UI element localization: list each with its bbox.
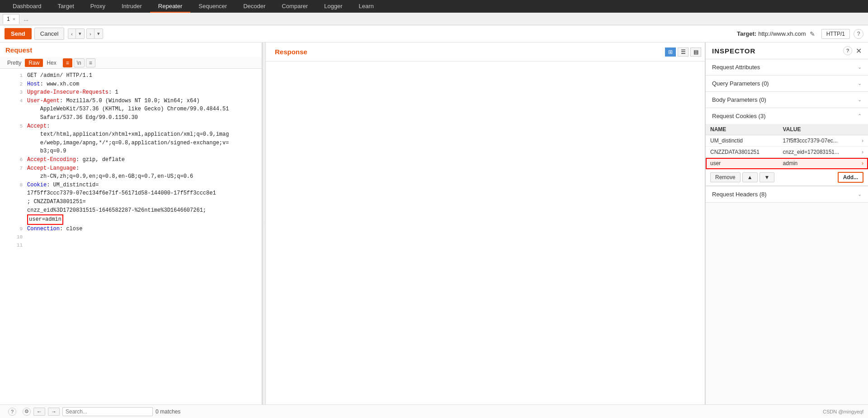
nav-intruder[interactable]: Intruder <box>113 0 150 13</box>
code-line-8: 8 Cookie: UM_distinctid=17f5ff3ccc7379-0… <box>14 181 259 225</box>
cookie-row-cnzz[interactable]: CNZZDATA3801251 cnzz_eid=172083151... › <box>706 147 868 158</box>
code-line-5: 5 Accept: text/html,application/xhtml+xm… <box>14 122 259 156</box>
code-line-4: 4 User-Agent: Mozilla/5.0 (Windows NT 10… <box>14 97 259 122</box>
fmt-pretty-button[interactable]: Pretty <box>4 59 25 67</box>
toolbar: Send Cancel ‹ ▾ › ▾ Target: http://www.x… <box>0 25 868 43</box>
request-headers-chevron: ⌄ <box>858 191 862 197</box>
tab-ellipsis[interactable]: ... <box>21 15 31 22</box>
nav-back-dropdown[interactable]: ▾ <box>76 28 85 39</box>
inspector-close-button[interactable]: ✕ <box>856 47 862 55</box>
fmt-hex-button[interactable]: Hex <box>43 59 60 67</box>
section-request-headers: Request Headers (8) ⌄ <box>706 186 868 203</box>
nav-repeater[interactable]: Repeater <box>150 0 190 13</box>
inspector-title: INSPECTOR <box>712 47 755 55</box>
request-headers-header[interactable]: Request Headers (8) ⌄ <box>706 186 868 202</box>
request-cookies-chevron: ⌃ <box>858 113 862 119</box>
nav-decoder[interactable]: Decoder <box>235 0 274 13</box>
nav-dashboard[interactable]: Dashboard <box>5 0 50 13</box>
tab-1[interactable]: 1 × <box>3 14 19 24</box>
target-info: Target: http://www.xh.com ✎ HTTP/1 ? <box>737 29 863 39</box>
bottom-back-button[interactable]: ← <box>33 408 45 416</box>
http-version-selector[interactable]: HTTP/1 <box>821 29 850 39</box>
bottom-help-button[interactable]: ? <box>8 408 16 416</box>
body-parameters-header[interactable]: Body Parameters (0) ⌄ <box>706 92 868 108</box>
body-parameters-label: Body Parameters (0) <box>712 96 766 103</box>
cookie-row-um-distinctid[interactable]: UM_distinctid 17f5ff3ccc7379-07ec... › <box>706 135 868 147</box>
fmt-menu-button[interactable]: ≡ <box>86 58 95 67</box>
target-url: http://www.xh.com <box>758 30 806 37</box>
cancel-button[interactable]: Cancel <box>34 28 64 40</box>
code-line-11: 11 <box>14 241 259 249</box>
search-status: 0 matches <box>156 408 180 415</box>
request-attributes-header[interactable]: Request Attributes ⌄ <box>706 59 868 75</box>
cookie-value-um: 17f5ff3ccc7379-07ec... <box>778 135 857 147</box>
inspector-panel: INSPECTOR ? ✕ Request Attributes ⌄ Query… <box>705 43 868 404</box>
cookie-remove-button[interactable]: Remove <box>710 172 741 182</box>
code-line-1: 1 GET /admin/ HTTP/1.1 <box>14 71 259 80</box>
view-list-button[interactable]: ☰ <box>678 48 689 57</box>
query-parameters-header[interactable]: Query Parameters (0) ⌄ <box>706 76 868 91</box>
view-grid-button[interactable]: ⊞ <box>665 48 676 57</box>
response-panel: Response ⊞ ☰ ▤ <box>266 43 705 404</box>
nav-learn[interactable]: Learn <box>351 0 382 13</box>
nav-forward-dropdown[interactable]: ▾ <box>94 28 103 39</box>
nav-proxy[interactable]: Proxy <box>82 0 113 13</box>
nav-forward-button[interactable]: › <box>86 28 94 39</box>
nav-arrows: ‹ ▾ › ▾ <box>68 28 103 39</box>
cookie-actions: Remove ▲ ▼ Add... <box>706 169 868 186</box>
tab-1-close[interactable]: × <box>13 16 15 22</box>
cookie-up-button[interactable]: ▲ <box>742 172 758 182</box>
drag-handle[interactable]: ⋮ <box>262 43 266 404</box>
request-attributes-chevron: ⌄ <box>858 64 862 70</box>
cookie-value-user: admin <box>778 158 857 169</box>
main-area: Request Pretty Raw Hex ≡ \n ≡ 1 GET /adm… <box>0 43 868 404</box>
help-icon[interactable]: ? <box>854 29 863 39</box>
nav-target[interactable]: Target <box>50 0 82 13</box>
nav-sequencer[interactable]: Sequencer <box>190 0 235 13</box>
request-format-bar: Pretty Raw Hex ≡ \n ≡ <box>0 57 262 69</box>
cookie-col-name: NAME <box>706 124 778 135</box>
cookie-add-button[interactable]: Add... <box>838 172 863 183</box>
cookie-name-um: UM_distinctid <box>706 135 778 147</box>
nav-logger[interactable]: Logger <box>316 0 350 13</box>
response-title: Response <box>269 44 313 59</box>
watermark: CSDN @mingyeqf <box>823 409 863 414</box>
bottom-forward-button[interactable]: → <box>48 408 60 416</box>
body-parameters-chevron: ⌄ <box>858 97 862 103</box>
target-label: Target: <box>737 30 756 37</box>
query-parameters-label: Query Parameters (0) <box>712 80 769 87</box>
inspector-controls: ? ✕ <box>843 46 862 55</box>
cookie-name-cnzz: CNZZDATA3801251 <box>706 147 778 158</box>
request-title: Request <box>0 43 38 57</box>
code-line-3: 3 Upgrade-Insecure-Requests: 1 <box>14 88 259 97</box>
search-input[interactable] <box>62 407 153 416</box>
cookie-col-value: VALUE <box>778 124 857 135</box>
fmt-newline-button[interactable]: \n <box>74 58 85 67</box>
bottom-settings-button[interactable]: ⚙ <box>23 408 31 416</box>
request-cookies-header[interactable]: Request Cookies (3) ⌃ <box>706 108 868 124</box>
request-code-area[interactable]: 1 GET /admin/ HTTP/1.1 2 Host: www.xh.co… <box>0 69 262 404</box>
fmt-equals-button[interactable]: ≡ <box>63 58 72 67</box>
view-text-button[interactable]: ▤ <box>690 48 701 57</box>
edit-icon[interactable]: ✎ <box>810 30 815 38</box>
nav-comparer[interactable]: Comparer <box>274 0 316 13</box>
code-line-7: 7 Accept-Language: zh-CN,zh;q=0.9,en;q=0… <box>14 164 259 181</box>
cookie-down-button[interactable]: ▼ <box>760 172 775 182</box>
nav-back-button[interactable]: ‹ <box>68 28 76 39</box>
top-nav: Dashboard Target Proxy Intruder Repeater… <box>0 0 868 13</box>
request-cookies-label: Request Cookies (3) <box>712 113 766 119</box>
send-button[interactable]: Send <box>5 28 32 39</box>
inspector-header: INSPECTOR ? ✕ <box>706 43 868 59</box>
cookie-value-cnzz: cnzz_eid=172083151... <box>778 147 857 158</box>
response-content-area <box>266 62 705 404</box>
code-line-9: 9 Connection: close <box>14 225 259 233</box>
fmt-raw-button[interactable]: Raw <box>25 59 43 67</box>
view-buttons: ⊞ ☰ ▤ <box>664 48 701 57</box>
request-panel: Request Pretty Raw Hex ≡ \n ≡ 1 GET /adm… <box>0 43 262 404</box>
bottom-bar: ? ⚙ ← → 0 matches CSDN @mingyeqf <box>0 404 868 418</box>
section-request-attributes: Request Attributes ⌄ <box>706 59 868 76</box>
section-query-parameters: Query Parameters (0) ⌄ <box>706 76 868 92</box>
inspector-help-button[interactable]: ? <box>843 46 852 55</box>
cookie-name-user: user <box>706 158 778 169</box>
cookie-row-user[interactable]: user admin › <box>706 158 868 169</box>
